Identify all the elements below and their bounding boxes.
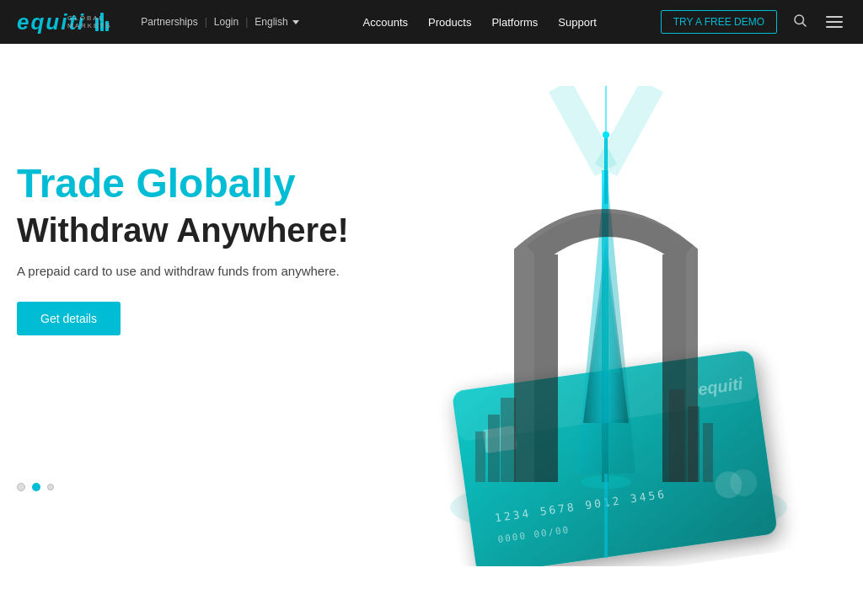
get-details-button[interactable]: Get details <box>17 302 121 335</box>
svg-rect-21 <box>488 415 500 482</box>
dot-3[interactable] <box>47 484 54 490</box>
dot-1[interactable] <box>17 483 25 491</box>
svg-rect-19 <box>534 254 558 482</box>
hero-visual: 1234 5678 9012 3456 0000 00/00 equiti <box>357 86 846 566</box>
menu-bar-mid <box>826 21 843 23</box>
hamburger-menu-button[interactable] <box>823 13 846 31</box>
dot-2[interactable] <box>32 483 40 491</box>
logo-tagline: GLOBAL MARKETS <box>67 14 112 29</box>
search-button[interactable] <box>789 9 811 35</box>
menu-bar-top <box>826 16 843 18</box>
nav-accounts[interactable]: Accounts <box>363 16 408 29</box>
svg-line-28 <box>606 86 652 170</box>
svg-point-0 <box>795 15 804 24</box>
svg-rect-20 <box>501 398 516 482</box>
building-group <box>475 86 713 489</box>
nav-support[interactable]: Support <box>558 16 597 29</box>
svg-rect-24 <box>688 406 700 482</box>
nav-products[interactable]: Products <box>428 16 471 29</box>
hero-dots <box>17 483 54 491</box>
svg-line-1 <box>802 23 806 26</box>
divider2: | <box>245 16 248 28</box>
nav-platforms[interactable]: Platforms <box>491 16 538 29</box>
chevron-down-icon <box>292 20 299 24</box>
language-selector[interactable]: English <box>255 16 298 28</box>
hero-section: Trade Globally Withdraw Anywhere! A prep… <box>0 44 863 616</box>
navbar-right: TRY A FREE DEMO <box>661 9 846 35</box>
search-icon <box>792 13 807 28</box>
navbar-center: Accounts Products Platforms Support <box>363 16 597 29</box>
language-label: English <box>255 16 287 28</box>
hero-illustration: 1234 5678 9012 3456 0000 00/00 equiti <box>357 86 846 566</box>
top-links: Partnerships | Login | English <box>141 16 298 28</box>
svg-rect-22 <box>475 431 485 482</box>
svg-rect-25 <box>703 423 713 482</box>
svg-rect-23 <box>669 389 684 482</box>
login-link[interactable]: Login <box>214 16 239 28</box>
menu-bar-bot <box>826 26 843 28</box>
navbar-left: GLOBAL MARKETS equiti Partnerships | Log… <box>17 9 299 35</box>
svg-rect-29 <box>604 474 608 558</box>
partnerships-link[interactable]: Partnerships <box>141 16 197 28</box>
navbar: GLOBAL MARKETS equiti Partnerships | Log… <box>0 0 863 44</box>
divider1: | <box>205 16 207 28</box>
logo: GLOBAL MARKETS equiti <box>17 9 109 35</box>
try-demo-button[interactable]: TRY A FREE DEMO <box>661 10 777 34</box>
